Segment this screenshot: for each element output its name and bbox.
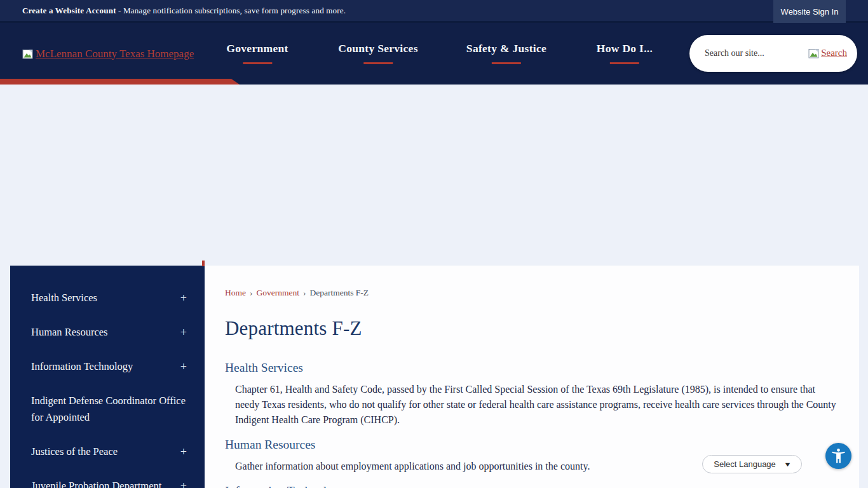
search-input[interactable]	[703, 48, 808, 59]
expand-plus-icon[interactable]: +	[175, 324, 187, 341]
top-utility-bar: Create a Website Account - Manage notifi…	[0, 0, 868, 23]
create-account-description: - Manage notification subscriptions, sav…	[116, 6, 346, 15]
breadcrumb-home[interactable]: Home	[225, 288, 246, 297]
logo-alt-text: McLennan County Texas Homepage	[36, 48, 194, 60]
select-language-dropdown[interactable]: Select Language ▼	[702, 455, 802, 473]
sidebar-item-health-services[interactable]: Health Services +	[31, 281, 187, 315]
sidebar-item-label: Health Services	[31, 290, 97, 306]
department-sidebar: Health Services + Human Resources + Info…	[10, 266, 205, 488]
sidebar-item-information-technology[interactable]: Information Technology +	[31, 349, 187, 384]
sidebar-item-indigent-defense[interactable]: Indigent Defense Coordinator Office for …	[31, 384, 187, 435]
home-logo-link[interactable]: McLennan County Texas Homepage	[22, 48, 194, 60]
sidebar-item-label: Indigent Defense Coordinator Office for …	[31, 393, 187, 426]
section-heading-link[interactable]: Health Services	[225, 360, 837, 376]
sidebar-item-label: Justices of the Peace	[31, 444, 118, 460]
nav-underline	[363, 62, 393, 64]
section-body-text: Chapter 61, Health and Safety Code, pass…	[235, 382, 837, 428]
expand-plus-icon[interactable]: +	[175, 478, 187, 488]
select-language-label: Select Language	[714, 459, 776, 469]
sidebar-item-juvenile-probation[interactable]: Juvenile Probation Department +	[31, 469, 187, 488]
expand-plus-icon[interactable]: +	[175, 358, 187, 375]
nav-government[interactable]: Government	[226, 42, 288, 64]
nav-label: Government	[226, 42, 288, 55]
nav-label: Safety & Justice	[466, 42, 546, 55]
section-heading-link[interactable]: Information Technology	[225, 483, 837, 488]
section-heading-link[interactable]: Human Resources	[225, 437, 837, 453]
site-header: McLennan County Texas Homepage Governmen…	[0, 23, 868, 85]
breadcrumb-government[interactable]: Government	[257, 288, 299, 297]
sidebar-menu: Health Services + Human Resources + Info…	[10, 266, 205, 488]
nav-underline	[492, 62, 521, 64]
nav-label: County Services	[338, 42, 418, 55]
sidebar-item-human-resources[interactable]: Human Resources +	[31, 315, 187, 349]
nav-label: How Do I...	[597, 42, 653, 55]
breadcrumb: Home›Government›Departments F-Z	[225, 287, 837, 299]
broken-image-icon	[22, 49, 34, 60]
breadcrumb-separator: ›	[303, 288, 306, 297]
nav-underline	[610, 62, 639, 64]
expand-plus-icon[interactable]: +	[175, 290, 187, 306]
search-button[interactable]: Search	[808, 48, 847, 59]
search-button-label: Search	[821, 48, 847, 58]
broken-image-icon	[808, 48, 820, 59]
nav-how-do-i[interactable]: How Do I...	[597, 42, 653, 64]
page-title: Departments F-Z	[225, 316, 837, 341]
nav-safety-justice[interactable]: Safety & Justice	[466, 42, 546, 64]
section-information-technology: Information Technology	[225, 483, 837, 488]
sidebar-item-label: Juvenile Probation Department	[31, 478, 161, 488]
site-search: Search	[689, 35, 857, 72]
create-account-label[interactable]: Create a Website Account	[22, 6, 116, 15]
nav-underline	[243, 62, 272, 64]
section-health-services: Health Services Chapter 61, Health and S…	[225, 360, 837, 428]
nav-county-services[interactable]: County Services	[338, 42, 418, 64]
header-red-accent-bar	[0, 79, 240, 85]
create-account-link[interactable]: Create a Website Account - Manage notifi…	[22, 6, 346, 16]
expand-plus-icon[interactable]: +	[175, 444, 187, 460]
chevron-down-icon: ▼	[783, 461, 791, 468]
breadcrumb-separator: ›	[250, 288, 253, 297]
breadcrumb-current: Departments F-Z	[309, 288, 369, 297]
accessibility-widget-button[interactable]	[825, 443, 851, 469]
website-sign-in-button[interactable]: Website Sign In	[773, 0, 846, 23]
sidebar-item-label: Information Technology	[31, 358, 133, 375]
sidebar-item-label: Human Resources	[31, 324, 108, 341]
accessibility-person-icon	[830, 447, 847, 464]
sidebar-item-justices-of-the-peace[interactable]: Justices of the Peace +	[31, 435, 187, 469]
